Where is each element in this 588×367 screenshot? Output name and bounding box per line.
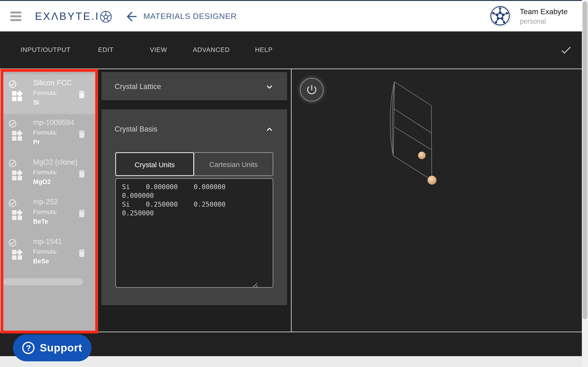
basis-coordinates-textarea[interactable]: Si 0.000000 0.000000 0.000000 Si 0.25000… bbox=[115, 178, 273, 288]
crystal-3d-viewport[interactable] bbox=[292, 69, 582, 332]
material-text: mp-1541 Formula: BeSe bbox=[33, 236, 62, 266]
brand-logo-text: EXΛBYTE.I bbox=[35, 10, 99, 22]
crystal-basis-panel-title: Crystal Basis bbox=[115, 125, 157, 133]
support-button-label: Support bbox=[40, 342, 82, 354]
materials-designer-app: EXΛBYTE.I MATERIALS DESIGNER bbox=[0, 0, 588, 367]
trash-icon[interactable] bbox=[77, 90, 87, 100]
trash-icon[interactable] bbox=[77, 169, 87, 179]
check-circle-icon[interactable] bbox=[8, 238, 17, 247]
material-widgets-icon bbox=[10, 248, 24, 261]
resize-handle-icon[interactable] bbox=[252, 282, 258, 288]
crystal-lattice-panel-title: Crystal Lattice bbox=[115, 83, 161, 91]
material-widgets-icon bbox=[10, 129, 24, 142]
unit-cell-wireframe bbox=[390, 82, 432, 180]
scrollbar-thumb[interactable] bbox=[583, 1, 587, 319]
menu-item-view[interactable]: VIEW bbox=[150, 31, 167, 68]
material-name: mp-252 bbox=[33, 197, 58, 207]
formula-label: Formula: bbox=[33, 167, 77, 177]
menu-item-input-output[interactable]: INPUT/OUTPUT bbox=[21, 31, 71, 68]
back-arrow-icon[interactable] bbox=[124, 9, 139, 24]
material-formula: BeSe bbox=[33, 256, 62, 266]
user-avatar[interactable] bbox=[490, 6, 511, 27]
material-text: mp-252 Formula: BeTe bbox=[33, 197, 58, 226]
user-name: Team Exabyte bbox=[520, 7, 568, 16]
sidebar-horizontal-scrollbar[interactable] bbox=[3, 278, 83, 285]
material-name: mp-1541 bbox=[33, 236, 62, 247]
formula-label: Formula: bbox=[33, 247, 62, 256]
menu-item-edit[interactable]: EDIT bbox=[98, 31, 114, 68]
material-item-mp-1009594[interactable]: mp-1009594 Formula: Pr bbox=[3, 114, 95, 154]
material-name: Silicon FCC bbox=[33, 78, 72, 88]
header-left-group: EXΛBYTE.I MATERIALS DESIGNER bbox=[10, 1, 237, 31]
check-circle-icon[interactable] bbox=[8, 80, 17, 89]
atom-sphere bbox=[427, 176, 436, 185]
material-widgets-icon bbox=[10, 209, 24, 222]
hamburger-menu-icon[interactable] bbox=[10, 12, 21, 21]
check-circle-icon[interactable] bbox=[8, 199, 17, 208]
material-text: mp-1009594 Formula: Pr bbox=[33, 117, 74, 147]
menu-item-help[interactable]: HELP bbox=[255, 31, 273, 68]
trash-icon[interactable] bbox=[77, 209, 87, 218]
power-icon bbox=[306, 83, 318, 96]
brand-logo[interactable]: EXΛBYTE.I bbox=[35, 10, 112, 23]
material-item-mgo2-clone[interactable]: MgO2 (clone) Formula: MgO2 bbox=[3, 154, 95, 193]
material-text: MgO2 (clone) Formula: MgO2 bbox=[33, 157, 77, 187]
atom-sphere bbox=[418, 152, 426, 159]
material-formula: BeTe bbox=[33, 217, 58, 226]
material-text: Silicon FCC Formula: Si bbox=[33, 78, 72, 108]
tab-crystal-units[interactable]: Crystal Units bbox=[115, 152, 194, 176]
tab-cartesian-units[interactable]: Cartesian Units bbox=[194, 152, 273, 176]
material-formula: Pr bbox=[33, 137, 74, 147]
chevron-up-icon[interactable] bbox=[264, 124, 275, 135]
menu-item-advanced[interactable]: ADVANCED bbox=[193, 31, 230, 68]
user-info: Team Exabyte personal bbox=[520, 7, 568, 25]
soccer-ball-logo-icon bbox=[100, 11, 112, 23]
material-formula: Si bbox=[33, 98, 72, 108]
crystal-basis-panel: Crystal Basis Crystal Units Cartesian Un… bbox=[101, 109, 287, 305]
chevron-down-icon[interactable] bbox=[264, 82, 275, 92]
material-item-mp-1541[interactable]: mp-1541 Formula: BeSe bbox=[3, 233, 95, 273]
check-circle-icon[interactable] bbox=[8, 119, 17, 128]
user-role: personal bbox=[520, 17, 568, 25]
support-button[interactable]: ? Support bbox=[13, 334, 92, 361]
app-header: EXΛBYTE.I MATERIALS DESIGNER bbox=[0, 1, 582, 31]
material-name: MgO2 (clone) bbox=[33, 157, 77, 167]
formula-label: Formula: bbox=[33, 88, 72, 98]
material-item-silicon-fcc[interactable]: Silicon FCC Formula: Si bbox=[3, 74, 95, 114]
formula-label: Formula: bbox=[33, 207, 58, 217]
viewer-power-button[interactable] bbox=[300, 78, 324, 101]
check-icon[interactable] bbox=[560, 44, 572, 57]
material-item-mp-252[interactable]: mp-252 Formula: BeTe bbox=[3, 193, 95, 233]
material-widgets-icon bbox=[10, 90, 24, 103]
material-widgets-icon bbox=[10, 169, 24, 182]
help-icon: ? bbox=[22, 342, 34, 354]
trash-icon[interactable] bbox=[77, 248, 87, 258]
formula-label: Formula: bbox=[33, 128, 74, 137]
header-right-group: Team Exabyte personal bbox=[490, 1, 568, 31]
check-circle-icon[interactable] bbox=[8, 159, 17, 168]
crystal-lattice-panel[interactable]: Crystal Lattice bbox=[101, 72, 287, 100]
trash-icon[interactable] bbox=[77, 129, 87, 139]
material-name: mp-1009594 bbox=[33, 117, 74, 128]
page-title: MATERIALS DESIGNER bbox=[143, 12, 237, 21]
page-vertical-scrollbar[interactable] bbox=[582, 0, 588, 367]
menubar: INPUT/OUTPUT EDIT VIEW ADVANCED HELP bbox=[0, 31, 582, 68]
material-formula: MgO2 bbox=[33, 177, 77, 187]
materials-list-sidebar-red-annotation: Silicon FCC Formula: Si mp-1009594 Formu… bbox=[0, 69, 98, 334]
